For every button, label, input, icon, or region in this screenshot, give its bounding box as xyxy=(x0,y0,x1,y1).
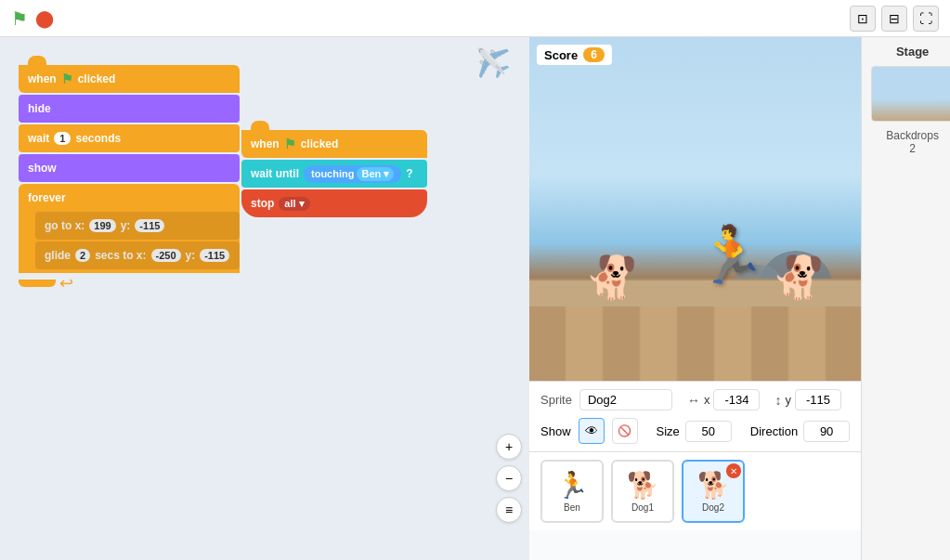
show-row: Show 👁 🚫 Size Direction xyxy=(540,418,850,444)
flag-icon: ⚑ xyxy=(61,72,73,86)
sprite-name-input[interactable] xyxy=(579,389,672,410)
show-visible-btn[interactable]: 👁 xyxy=(579,418,605,444)
backdrops-count: 2 xyxy=(886,142,939,155)
score-label: Score xyxy=(544,48,578,62)
dog2-sprite-on-stage[interactable]: 🐕 xyxy=(772,253,824,302)
sprite-card-ben[interactable]: 🏃 Ben xyxy=(540,460,604,523)
when-flag-clicked-block-2[interactable]: when ⚑ clicked xyxy=(241,130,427,158)
forever-block-top[interactable]: forever xyxy=(19,184,240,212)
wait-label: wait xyxy=(28,132,49,145)
ben-emoji: 🏃 xyxy=(556,470,589,501)
x-icon: ↔ xyxy=(687,393,700,408)
stage-dock xyxy=(529,306,861,381)
y-input[interactable] xyxy=(795,389,841,410)
show-block[interactable]: show xyxy=(19,154,240,182)
show-label: show xyxy=(28,162,57,175)
glide-y-input[interactable]: -115 xyxy=(200,249,229,262)
wait-block[interactable]: wait 1 seconds xyxy=(19,124,240,152)
sprite-card-dog2[interactable]: ✕ 🐕 Dog2 xyxy=(682,460,745,523)
touching-label: touching xyxy=(311,168,354,179)
flag-icon-2: ⚑ xyxy=(284,137,296,151)
menu-btn[interactable]: ≡ xyxy=(496,497,522,523)
when-flag-clicked-block[interactable]: when ⚑ clicked xyxy=(19,65,240,93)
dog1-sprite-on-stage[interactable]: 🐕 xyxy=(585,253,637,302)
green-flag-btn[interactable]: ⚑ xyxy=(11,7,28,30)
x-input[interactable] xyxy=(713,389,760,410)
goto-y-label: y: xyxy=(121,219,131,232)
fullscreen-btn[interactable]: ⛶ xyxy=(913,6,939,32)
stage-wrapper: Score 6 🏃 🐕 🐕 xyxy=(529,37,950,560)
clicked-label-2: clicked xyxy=(301,137,339,150)
stop-all-dropdown[interactable]: all ▾ xyxy=(279,197,309,211)
score-badge: Score 6 xyxy=(537,45,612,65)
sprite-label: Sprite xyxy=(540,393,572,407)
touching-sprite[interactable]: Ben ▾ xyxy=(357,167,394,181)
clicked-label: clicked xyxy=(78,72,116,85)
stage-thumbnail[interactable] xyxy=(871,66,950,122)
goto-block[interactable]: go to x: 199 y: -115 xyxy=(35,212,240,240)
glide-label: glide xyxy=(45,249,71,262)
blocks-canvas: when ⚑ clicked hide wait 1 seconds xyxy=(0,37,529,560)
main-content: ✈️ when ⚑ clicked hide xyxy=(0,37,950,560)
direction-label: Direction xyxy=(750,424,798,438)
layout-btn-2[interactable]: ⊟ xyxy=(881,6,907,32)
goto-y-input[interactable]: -115 xyxy=(135,219,164,232)
stop-btn[interactable]: ⬤ xyxy=(35,8,54,29)
size-input[interactable] xyxy=(685,421,732,442)
dog2-delete-btn[interactable]: ✕ xyxy=(726,463,741,478)
seconds-label: seconds xyxy=(75,132,121,145)
stage-backdrops: Backdrops 2 xyxy=(886,129,939,155)
sprite-info-row: Sprite ↔ x ↕ y xyxy=(540,389,850,410)
glide-secs-label: secs to x: xyxy=(95,249,146,262)
layout-btn-1[interactable]: ⊡ xyxy=(850,6,876,32)
direction-group: Direction xyxy=(750,421,850,442)
x-label: x xyxy=(704,393,710,407)
glide-y-label: y: xyxy=(186,249,196,262)
dog1-name: Dog1 xyxy=(631,502,654,513)
when-label-2: when xyxy=(251,137,280,150)
stage-canvas: Score 6 🏃 🐕 🐕 xyxy=(529,37,861,381)
side-tools: + − ≡ xyxy=(496,434,522,523)
size-label: Size xyxy=(657,424,680,438)
wait-input[interactable]: 1 xyxy=(54,132,71,145)
stage-panel-title: Stage xyxy=(896,45,929,59)
ben-name: Ben xyxy=(564,502,580,513)
sprite-info-panel: Sprite ↔ x ↕ y xyxy=(529,381,861,451)
hide-block[interactable]: hide xyxy=(19,95,240,123)
zoom-out-btn[interactable]: − xyxy=(496,465,522,491)
direction-input[interactable] xyxy=(803,421,850,442)
stage-controls: ⊡ ⊟ ⛶ xyxy=(850,6,939,32)
when-label: when xyxy=(28,72,57,85)
x-coord-group: ↔ x xyxy=(687,389,761,410)
y-icon: ↕ xyxy=(774,393,781,408)
stop-label: stop xyxy=(251,197,274,210)
show-row-label: Show xyxy=(540,424,571,438)
wait-until-label: wait until xyxy=(251,167,299,180)
sprite-list: 🏃 Ben 🐕 Dog1 ✕ 🐕 Dog2 xyxy=(529,451,861,530)
goto-x-input[interactable]: 199 xyxy=(89,219,115,232)
dog2-emoji: 🐕 xyxy=(697,470,730,501)
hide-label: hide xyxy=(28,102,51,115)
dog1-emoji: 🐕 xyxy=(627,470,659,501)
wait-until-block[interactable]: wait until touching Ben ▾ ? xyxy=(241,160,427,188)
forever-label: forever xyxy=(28,191,66,204)
dog2-name: Dog2 xyxy=(702,502,724,513)
sprite-card-dog1[interactable]: 🐕 Dog1 xyxy=(611,460,674,523)
ben-sprite-on-stage[interactable]: 🏃 xyxy=(696,222,766,288)
glide-x-input[interactable]: -250 xyxy=(151,249,181,262)
size-group: Size xyxy=(657,421,732,442)
code-area: ✈️ when ⚑ clicked hide xyxy=(0,37,529,560)
y-coord-group: ↕ y xyxy=(774,389,841,410)
glide-secs-input[interactable]: 2 xyxy=(75,249,90,262)
score-value: 6 xyxy=(583,47,605,62)
goto-label: go to x: xyxy=(45,219,85,232)
top-bar: ⚑ ⬤ ⊡ ⊟ ⛶ xyxy=(0,0,950,37)
backdrops-label: Backdrops xyxy=(886,129,939,142)
stop-block[interactable]: stop all ▾ xyxy=(241,189,427,217)
zoom-in-btn[interactable]: + xyxy=(496,434,522,460)
y-label: y xyxy=(785,393,791,407)
stage-panel: Stage Backdrops 2 xyxy=(861,37,950,560)
show-hidden-btn[interactable]: 🚫 xyxy=(612,418,638,444)
glide-block[interactable]: glide 2 secs to x: -250 y: -115 xyxy=(35,241,240,269)
touching-block[interactable]: touching Ben ▾ xyxy=(304,165,401,183)
